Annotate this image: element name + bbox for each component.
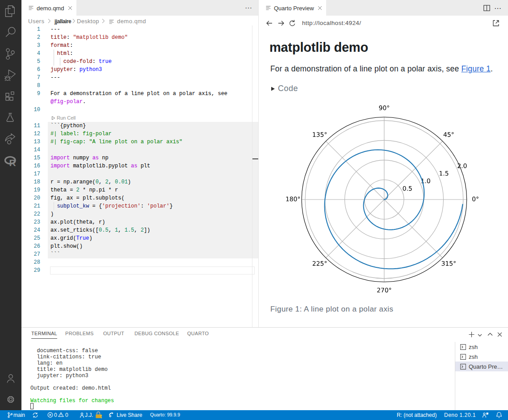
svg-text:R: R	[9, 158, 16, 167]
